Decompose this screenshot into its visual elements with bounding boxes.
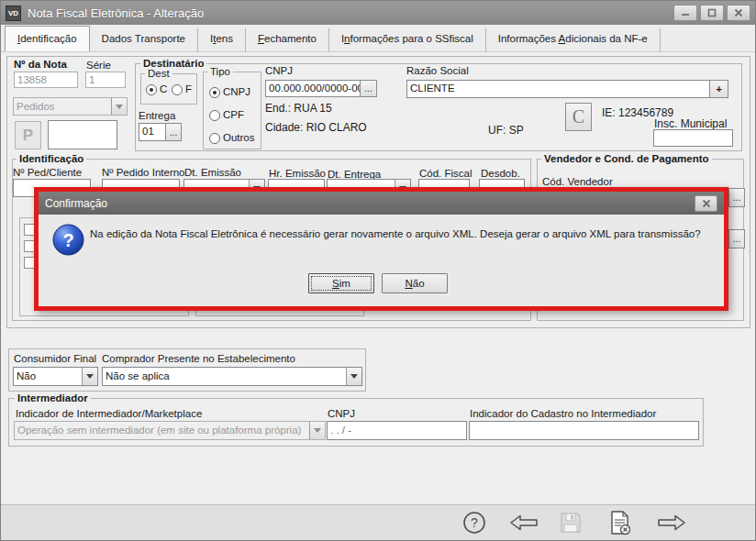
dest-radio-c-label: C xyxy=(160,83,167,94)
cnpj-input[interactable]: 00.000.000/0000-00 xyxy=(265,80,361,97)
confirmation-dialog: Confirmação ? Na edição da Nota Fiscal E… xyxy=(34,187,728,311)
close-button[interactable] xyxy=(727,5,750,21)
intermediador-title: Intermediador xyxy=(15,392,91,403)
tab-fechamento[interactable]: Fechamento xyxy=(246,28,329,51)
cancel-document-icon xyxy=(608,510,633,536)
consumidor-final-dropdown[interactable]: Não xyxy=(13,367,98,386)
insc-municipal-input[interactable] xyxy=(653,129,733,147)
maximize-button[interactable] xyxy=(700,5,724,21)
dest-title: Dest xyxy=(145,68,172,79)
comprador-presente-dropdown[interactable]: Não se aplica xyxy=(102,367,362,386)
consumidor-final-label: Consumidor Final xyxy=(14,353,96,364)
tipo-title: Tipo xyxy=(207,66,233,77)
indicador-cadastro-input[interactable] xyxy=(469,421,699,440)
tipo-radio-cnpj[interactable] xyxy=(209,87,220,98)
svg-text:?: ? xyxy=(62,230,73,250)
cod-vendedor-label: Cód. Vendedor xyxy=(542,176,613,187)
comprador-presente-label: Comprador Presente no Estabelecimento xyxy=(102,353,295,364)
back-arrow-icon xyxy=(509,513,539,532)
window-title: Nota Fiscal Eletrônica - Alteração xyxy=(28,6,204,20)
dialog-message: Na edição da Nota Fiscal Eletrônica é ne… xyxy=(90,227,714,240)
entrega-browse-button[interactable]: ... xyxy=(165,123,182,141)
insc-municipal-label: Insc. Municipal xyxy=(654,117,727,130)
intermediador-cnpj-input[interactable]: . . / - xyxy=(327,421,467,440)
cod-vendedor-browse-button[interactable]: ... xyxy=(728,188,745,207)
dialog-body: ? Na edição da Nota Fiscal Eletrônica é … xyxy=(39,215,724,306)
dropdown-arrow-icon xyxy=(350,374,358,382)
maximize-icon xyxy=(707,8,717,17)
c-button[interactable]: C xyxy=(565,103,592,131)
yes-button[interactable]: Sim xyxy=(308,273,374,293)
razao-social-label: Razão Social xyxy=(406,65,469,76)
indicador-cadastro-label: Indicador do Cadastro no Intermediador xyxy=(470,408,656,419)
save-icon xyxy=(559,511,583,535)
no-button[interactable]: Não xyxy=(382,273,448,293)
serie-label: Série xyxy=(86,60,111,71)
dest-radio-f-label: F xyxy=(185,83,192,94)
uf-text: UF: SP xyxy=(488,124,524,137)
intermediador-cnpj-label: CNPJ xyxy=(328,408,355,419)
forward-arrow-icon xyxy=(657,513,686,532)
app-icon: VD xyxy=(6,6,21,21)
tipo-radio-outros-label: Outros xyxy=(223,132,255,143)
cancel-document-button[interactable] xyxy=(606,508,634,537)
titlebar: VD Nota Fiscal Eletrônica - Alteração xyxy=(1,1,755,25)
help-icon: ? xyxy=(461,510,487,535)
tipo-radio-outros[interactable] xyxy=(209,133,220,144)
tab-dados-transporte[interactable]: Dados Transporte xyxy=(90,28,198,51)
entrega-input[interactable]: 01 xyxy=(139,123,166,141)
vendedor-title: Vendedor e Cond. de Pagamento xyxy=(541,153,712,164)
cnpj-browse-button[interactable]: ... xyxy=(360,80,377,97)
tab-bar: Identificação Dados Transporte Itens Fec… xyxy=(1,25,755,52)
dialog-close-button[interactable] xyxy=(695,195,717,212)
minimize-button[interactable] xyxy=(673,5,697,21)
dialog-titlebar: Confirmação xyxy=(39,192,724,215)
razao-add-button[interactable]: + xyxy=(709,80,728,98)
tipo-radio-cpf-label: CPF xyxy=(223,109,244,120)
razao-social-input[interactable]: CLIENTE xyxy=(406,80,710,98)
svg-text:?: ? xyxy=(471,515,478,530)
cnpj-label: CNPJ xyxy=(265,65,293,76)
close-icon xyxy=(734,8,743,17)
tipo-radio-cnpj-label: CNPJ xyxy=(223,86,250,97)
dropdown-arrow-icon xyxy=(314,428,321,436)
endereco-text: End.: RUA 15 xyxy=(265,102,332,115)
cod-fiscal-label: Cód. Fiscal xyxy=(419,168,472,179)
desdob-label: Desdob. xyxy=(481,168,520,179)
serie-input[interactable]: 1 xyxy=(85,72,126,88)
ped-cliente-label: Nº Ped/Cliente xyxy=(13,167,82,178)
help-button[interactable]: ? xyxy=(461,509,488,536)
tab-informacoes-ssfiscal[interactable]: Informações para o SSfiscal xyxy=(329,28,486,51)
back-button[interactable] xyxy=(508,513,539,533)
question-icon: ? xyxy=(51,223,85,259)
dest-radio-f[interactable] xyxy=(172,84,183,95)
p-button[interactable]: P xyxy=(15,121,41,149)
nota-input[interactable]: 13858 xyxy=(14,72,78,88)
indicador-intermediador-dropdown[interactable]: Operação sem intermediador (em site ou p… xyxy=(14,421,326,440)
identificacao-title: Identificação xyxy=(17,153,86,164)
dropdown-arrow-icon xyxy=(86,374,94,382)
dropdown-arrow-icon xyxy=(116,105,123,113)
pedidos-dropdown[interactable]: Pedidos xyxy=(13,97,128,116)
dt-emissao-label: Dt. Emissão xyxy=(184,167,241,178)
dest-radio-c[interactable] xyxy=(146,84,157,95)
tab-informacoes-adicionais[interactable]: Informações Adicionais da NF-e xyxy=(486,28,661,51)
nota-label: Nº da Nota xyxy=(14,59,67,70)
tipo-radio-cpf[interactable] xyxy=(209,110,220,121)
forward-button[interactable] xyxy=(656,513,687,533)
cond-pagamento-browse-button[interactable]: ... xyxy=(728,229,745,248)
tab-identificacao[interactable]: Identificação xyxy=(5,26,90,51)
aux-input[interactable] xyxy=(48,120,117,149)
bottom-toolbar: ? xyxy=(1,504,756,540)
app-window: VD Nota Fiscal Eletrônica - Alteração Id… xyxy=(0,0,756,541)
indicador-intermediador-label: Indicador de Intermediador/Marketplace xyxy=(16,408,202,419)
dialog-title: Confirmação xyxy=(45,197,107,210)
pedido-interno-label: Nº Pedido Interno xyxy=(102,167,185,178)
close-icon xyxy=(702,199,711,208)
entrega-label: Entrega xyxy=(139,110,175,121)
cidade-text: Cidade: RIO CLARO xyxy=(265,121,367,134)
hr-emissao-label: Hr. Emissão xyxy=(269,168,326,179)
save-button[interactable] xyxy=(558,509,584,536)
minimize-icon xyxy=(681,8,690,17)
tab-itens[interactable]: Itens xyxy=(198,28,246,51)
